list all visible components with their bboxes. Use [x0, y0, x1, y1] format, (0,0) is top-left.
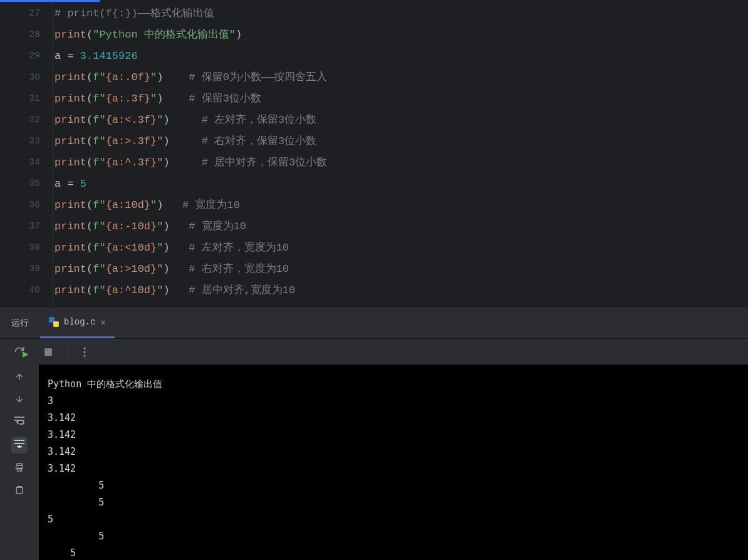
code-line[interactable]: print(f"{a:<.3f}") # 左对齐，保留3位小数 — [53, 110, 748, 131]
more-icon[interactable] — [83, 347, 86, 357]
code-line[interactable]: print(f"{a:^.3f}") # 居中对齐，保留3位小数 — [53, 152, 748, 174]
run-tab-label: blog.c — [64, 317, 95, 327]
run-tab-blog-c[interactable]: blog.c ✕ — [40, 308, 115, 338]
line-number: 32 — [0, 110, 53, 131]
code-line[interactable]: print(f"{a:10d}") # 宽度为10 — [53, 195, 748, 216]
line-number: 31 — [0, 88, 53, 110]
line-number: 28 — [0, 24, 53, 46]
run-panel-title: 运行 — [0, 308, 40, 338]
code-editor[interactable]: 2728293031323334353637383940 # print(f{:… — [0, 2, 748, 307]
toolbar-separator — [68, 346, 68, 358]
code-line[interactable]: a = 5 — [53, 174, 748, 195]
console-output[interactable]: Python 中的格式化输出值 3 3.142 3.142 3.142 3.14… — [39, 365, 748, 560]
line-number: 39 — [0, 259, 53, 280]
line-number: 33 — [0, 131, 53, 152]
code-line[interactable]: print(f"{a:>.3f}") # 右对齐，保留3位小数 — [53, 131, 748, 152]
stop-icon[interactable] — [44, 348, 53, 356]
print-icon[interactable] — [14, 462, 25, 475]
line-number: 35 — [0, 174, 53, 195]
soft-wrap-icon[interactable] — [14, 416, 25, 428]
svg-point-2 — [83, 347, 85, 349]
svg-point-3 — [83, 351, 85, 353]
code-line[interactable]: print(f"{a:^10d}") # 居中对齐,宽度为10 — [53, 280, 748, 301]
console-side-toolbar — [0, 365, 39, 560]
code-line[interactable]: # print(f{:})——格式化输出值 — [53, 3, 748, 24]
svg-point-4 — [83, 355, 85, 356]
code-line[interactable]: print(f"{a:>10d}") # 右对齐，宽度为10 — [53, 259, 748, 280]
close-icon[interactable]: ✕ — [100, 317, 105, 328]
code-line[interactable]: a = 3.1415926 — [53, 46, 748, 67]
code-area[interactable]: # print(f{:})——格式化输出值print("Python 中的格式化… — [53, 2, 748, 307]
scroll-to-end-icon[interactable] — [11, 437, 28, 454]
run-toolbar — [0, 338, 748, 365]
arrow-down-icon[interactable] — [14, 394, 24, 407]
run-panel-header: 运行 blog.c ✕ — [0, 307, 748, 338]
arrow-up-icon[interactable] — [14, 372, 24, 385]
code-line[interactable]: print(f"{a:<10d}") # 左对齐，宽度为10 — [53, 237, 748, 259]
line-number: 36 — [0, 195, 53, 216]
trash-icon[interactable] — [14, 484, 24, 499]
line-number: 38 — [0, 237, 53, 259]
svg-marker-0 — [23, 351, 29, 358]
rerun-icon[interactable] — [14, 346, 29, 358]
console-panel: Python 中的格式化输出值 3 3.142 3.142 3.142 3.14… — [0, 365, 748, 560]
code-line[interactable]: print(f"{a:.0f}") # 保留0为小数——按四舍五入 — [53, 67, 748, 88]
svg-rect-8 — [16, 487, 22, 494]
code-line[interactable]: print("Python 中的格式化输出值") — [53, 24, 748, 46]
svg-rect-1 — [44, 348, 52, 356]
python-icon — [49, 317, 59, 327]
line-number: 34 — [0, 152, 53, 174]
line-number: 30 — [0, 67, 53, 88]
line-number-gutter: 2728293031323334353637383940 — [0, 2, 53, 307]
line-number: 40 — [0, 280, 53, 301]
line-number: 27 — [0, 3, 53, 24]
line-number: 37 — [0, 216, 53, 237]
code-line[interactable]: print(f"{a:-10d}") # 宽度为10 — [53, 216, 748, 237]
line-number: 29 — [0, 46, 53, 67]
code-line[interactable]: print(f"{a:.3f}") # 保留3位小数 — [53, 88, 748, 110]
